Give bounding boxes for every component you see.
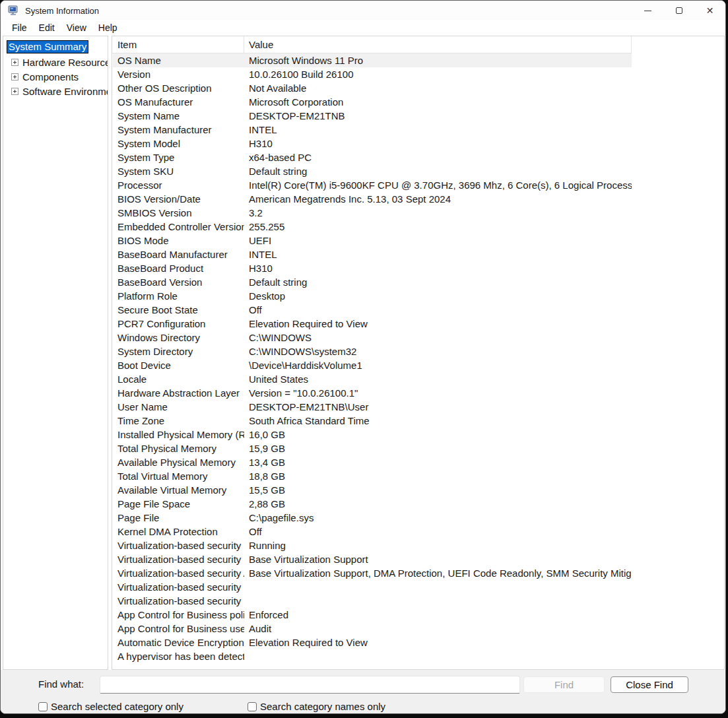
table-row[interactable]: System Typex64-based PC bbox=[113, 150, 632, 164]
value-cell: Running bbox=[244, 540, 632, 551]
table-row[interactable]: Page File Space2,88 GB bbox=[113, 497, 632, 511]
item-cell: Time Zone bbox=[113, 415, 244, 426]
value-cell: Default string bbox=[244, 166, 632, 177]
table-row[interactable]: ProcessorIntel(R) Core(TM) i5-9600KF CPU… bbox=[113, 178, 632, 192]
menu-file[interactable]: File bbox=[6, 22, 33, 33]
menu-help[interactable]: Help bbox=[92, 22, 123, 33]
item-cell: BaseBoard Product bbox=[113, 263, 244, 274]
table-row[interactable]: BaseBoard VersionDefault string bbox=[113, 275, 632, 289]
table-row[interactable]: Available Physical Memory13,4 GB bbox=[113, 455, 632, 469]
item-cell: A hypervisor has been detecte... bbox=[113, 651, 244, 662]
expand-plus-icon[interactable] bbox=[11, 73, 18, 81]
table-row[interactable]: System NameDESKTOP-EM21TNB bbox=[113, 109, 632, 123]
table-row[interactable]: App Control for Business user ...Audit bbox=[113, 622, 632, 636]
table-row[interactable]: LocaleUnited States bbox=[113, 372, 632, 386]
search-options-row: Search selected category only Search cat… bbox=[1, 701, 725, 714]
value-cell: INTEL bbox=[244, 249, 632, 260]
table-row[interactable]: App Control for Business policyEnforced bbox=[113, 608, 632, 622]
item-cell: Embedded Controller Version bbox=[113, 221, 244, 232]
menu-bar: FileEditViewHelp bbox=[1, 20, 725, 35]
table-row[interactable]: PCR7 ConfigurationElevation Required to … bbox=[113, 317, 632, 331]
value-cell: Microsoft Corporation bbox=[244, 96, 632, 108]
table-row[interactable]: Virtualization-based security Se... bbox=[113, 594, 632, 608]
close-button[interactable]: ✕ bbox=[694, 1, 725, 20]
value-cell: 15,5 GB bbox=[244, 484, 632, 496]
table-row[interactable]: OS NameMicrosoft Windows 11 Pro bbox=[113, 53, 632, 67]
menu-view[interactable]: View bbox=[61, 22, 92, 33]
table-row[interactable]: User NameDESKTOP-EM21TNB\User bbox=[113, 400, 632, 414]
find-button[interactable]: Find bbox=[523, 676, 605, 693]
table-row[interactable]: Installed Physical Memory (RAM)16,0 GB bbox=[113, 428, 632, 441]
tree-item-components[interactable]: Components bbox=[11, 71, 108, 82]
table-row[interactable]: Available Virtual Memory15,5 GB bbox=[113, 483, 632, 497]
table-row[interactable]: Hardware Abstraction LayerVersion = "10.… bbox=[113, 386, 632, 400]
table-row[interactable]: BaseBoard ProductH310 bbox=[113, 261, 632, 275]
table-row[interactable]: Virtualization-based security Re...Base … bbox=[113, 552, 632, 566]
menu-edit[interactable]: Edit bbox=[33, 22, 61, 33]
table-row[interactable]: Boot Device\Device\HarddiskVolume1 bbox=[113, 358, 632, 372]
search-category-names-checkbox[interactable] bbox=[248, 702, 257, 711]
minimize-button[interactable] bbox=[632, 1, 663, 20]
item-cell: System Manufacturer bbox=[113, 124, 244, 135]
table-row[interactable]: Kernel DMA ProtectionOff bbox=[113, 525, 632, 538]
item-cell: Kernel DMA Protection bbox=[113, 526, 244, 537]
find-input[interactable] bbox=[100, 676, 520, 694]
table-row[interactable]: OS ManufacturerMicrosoft Corporation bbox=[113, 95, 632, 109]
item-cell: User Name bbox=[113, 401, 244, 412]
value-cell: 13,4 GB bbox=[244, 457, 632, 468]
search-selected-category-checkbox[interactable] bbox=[38, 702, 48, 711]
maximize-button[interactable] bbox=[663, 1, 694, 20]
expand-plus-icon[interactable] bbox=[11, 59, 18, 66]
value-cell: \Device\HarddiskVolume1 bbox=[244, 360, 632, 371]
expand-plus-icon[interactable] bbox=[11, 88, 18, 95]
table-header: Item Value bbox=[112, 36, 632, 53]
table-row[interactable]: Total Virtual Memory18,8 GB bbox=[113, 469, 632, 483]
table-row[interactable]: A hypervisor has been detecte... bbox=[113, 649, 632, 663]
item-cell: BaseBoard Manufacturer bbox=[113, 249, 244, 260]
table-row[interactable]: Other OS DescriptionNot Available bbox=[113, 81, 632, 95]
table-row[interactable]: Version10.0.26100 Build 26100 bbox=[113, 67, 632, 81]
table-row[interactable]: Virtualization-based security Se... bbox=[113, 580, 632, 594]
column-header-value[interactable]: Value bbox=[244, 36, 631, 53]
item-cell: Processor bbox=[113, 180, 244, 191]
value-cell: Desktop bbox=[244, 290, 632, 302]
window-controls: ✕ bbox=[632, 1, 725, 20]
item-cell: Hardware Abstraction Layer bbox=[113, 387, 244, 399]
find-what-label: Find what: bbox=[38, 678, 84, 690]
table-row[interactable]: Automatic Device Encryption Su...Elevati… bbox=[113, 636, 632, 649]
value-cell: 15,9 GB bbox=[244, 443, 632, 454]
item-cell: Available Virtual Memory bbox=[113, 484, 244, 496]
table-row[interactable]: Page FileC:\pagefile.sys bbox=[113, 511, 632, 525]
table-row[interactable]: Windows DirectoryC:\WINDOWS bbox=[113, 331, 632, 344]
table-row[interactable]: Embedded Controller Version255.255 bbox=[113, 220, 632, 234]
tree-item-hardware-resources[interactable]: Hardware Resources bbox=[11, 57, 108, 68]
table-row[interactable]: Platform RoleDesktop bbox=[113, 289, 632, 303]
app-icon bbox=[8, 5, 19, 16]
table-row[interactable]: BIOS ModeUEFI bbox=[113, 234, 632, 247]
table-row[interactable]: Total Physical Memory15,9 GB bbox=[113, 441, 632, 455]
table-row[interactable]: BaseBoard ManufacturerINTEL bbox=[113, 247, 632, 261]
item-cell: Platform Role bbox=[113, 290, 244, 302]
table-row[interactable]: System ManufacturerINTEL bbox=[113, 123, 632, 137]
value-cell: 10.0.26100 Build 26100 bbox=[244, 69, 632, 80]
table-row[interactable]: Virtualization-based securityRunning bbox=[113, 538, 632, 552]
item-cell: App Control for Business user ... bbox=[113, 623, 244, 634]
table-row[interactable]: Virtualization-based security Av...Base … bbox=[113, 566, 632, 580]
maximize-icon bbox=[676, 7, 682, 14]
tree-item-software-environment[interactable]: Software Environment bbox=[11, 86, 108, 97]
search-category-names-label: Search category names only bbox=[260, 701, 385, 712]
table-row[interactable]: System DirectoryC:\WINDOWS\system32 bbox=[113, 344, 632, 358]
column-header-item[interactable]: Item bbox=[112, 36, 244, 53]
table-row[interactable]: System ModelH310 bbox=[113, 137, 632, 150]
item-cell: PCR7 Configuration bbox=[113, 318, 244, 329]
tree-item-system-summary[interactable]: System Summary bbox=[7, 40, 88, 53]
table-row[interactable]: SMBIOS Version3.2 bbox=[113, 206, 632, 220]
value-cell: 255.255 bbox=[244, 221, 632, 232]
table-row[interactable]: BIOS Version/DateAmerican Megatrends Inc… bbox=[113, 192, 632, 206]
table-row[interactable]: Secure Boot StateOff bbox=[113, 303, 632, 317]
item-cell: System Directory bbox=[113, 346, 244, 357]
table-row[interactable]: System SKUDefault string bbox=[113, 164, 632, 178]
value-cell: Enforced bbox=[244, 609, 632, 620]
table-row[interactable]: Time ZoneSouth Africa Standard Time bbox=[113, 414, 632, 428]
close-find-button[interactable]: Close Find bbox=[611, 676, 688, 693]
